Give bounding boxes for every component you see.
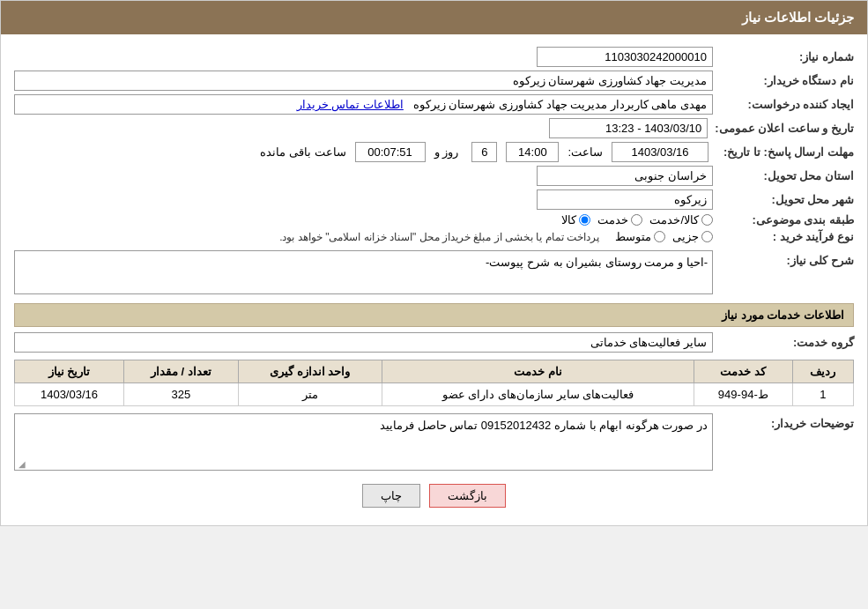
col-header-unit: واحد اندازه گیری: [238, 360, 382, 383]
deadline-days-label: روز و: [434, 145, 459, 159]
category-service-item[interactable]: خدمت: [597, 213, 642, 227]
need-number-label: شماره نیاز:: [713, 50, 854, 63]
need-description-value: -احیا و مرمت روستای بشیران به شرح پیوست-: [14, 250, 713, 294]
purchase-type-partial-label: جزیی: [672, 230, 699, 243]
buyer-org-label: نام دستگاه خریدار:: [713, 74, 854, 87]
need-description-label: شرح کلی نیاز:: [713, 250, 854, 267]
cell-code: ط-94-949: [694, 383, 793, 406]
creator-label: ایجاد کننده درخواست:: [713, 98, 854, 111]
col-header-qty: تعداد / مقدار: [123, 360, 238, 383]
category-goods-label: کالا: [561, 213, 576, 227]
purchase-type-medium-label: متوسط: [615, 230, 651, 243]
service-group-label: گروه خدمت:: [713, 336, 854, 349]
deadline-time: 14:00: [506, 142, 559, 162]
buyer-org-value: مدیریت جهاد کشاورزی شهرستان زیرکوه: [14, 71, 713, 91]
province-label: استان محل تحویل:: [713, 169, 854, 182]
print-button[interactable]: چاپ: [362, 484, 420, 508]
resize-handle: ◢: [17, 459, 26, 468]
category-goods-item[interactable]: کالا: [561, 213, 590, 227]
province-value: خراسان جنوبی: [537, 166, 713, 186]
deadline-label: مهلت ارسال پاسخ: تا تاریخ:: [713, 145, 854, 159]
deadline-days: 6: [471, 142, 497, 162]
purchase-type-medium[interactable]: متوسط: [615, 230, 665, 243]
announce-date-label: تاریخ و ساعت اعلان عمومی:: [708, 122, 854, 135]
action-buttons: بازگشت چاپ: [14, 484, 854, 508]
col-header-name: نام خدمت: [382, 360, 694, 383]
page-header: جزئیات اطلاعات نیاز: [1, 1, 867, 34]
cell-name: فعالیت‌های سایر سازمان‌های دارای عضو: [382, 383, 694, 406]
announce-date-value: 1403/03/10 - 13:23: [549, 118, 708, 138]
category-service-label: خدمت: [597, 213, 628, 227]
deadline-remaining: 00:07:51: [355, 142, 426, 162]
service-group-value: سایر فعالیت‌های خدماتی: [14, 332, 713, 353]
table-row: 1 ط-94-949 فعالیت‌های سایر سازمان‌های دا…: [15, 383, 854, 406]
cell-date: 1403/03/16: [15, 383, 124, 406]
back-button[interactable]: بازگشت: [429, 484, 506, 508]
col-header-row: ردیف: [792, 360, 853, 383]
city-label: شهر محل تحویل:: [713, 193, 854, 206]
creator-contact-link[interactable]: اطلاعات تماس خریدار: [297, 98, 404, 111]
page-title: جزئیات اطلاعات نیاز: [742, 10, 854, 25]
col-header-code: کد خدمت: [694, 360, 793, 383]
buyer-notes-label: توضیحات خریدار:: [713, 413, 854, 430]
category-goods-service-label: کالا/خدمت: [649, 213, 699, 227]
need-number-value: 1103030242000010: [537, 47, 713, 67]
buyer-notes-section: توضیحات خریدار: در صورت هرگونه ابهام با …: [14, 413, 854, 471]
category-label: طبقه بندی موضوعی:: [713, 213, 854, 227]
city-value: زیرکوه: [537, 189, 713, 210]
cell-qty: 325: [123, 383, 238, 406]
purchase-type-label: نوع فرآیند خرید :: [713, 230, 854, 243]
purchase-type-partial[interactable]: جزیی: [672, 230, 713, 243]
deadline-date: 1403/03/16: [612, 142, 708, 162]
category-radio-group: کالا/خدمت خدمت کالا: [561, 213, 713, 227]
services-section-header: اطلاعات خدمات مورد نیاز: [14, 303, 854, 327]
services-table: ردیف کد خدمت نام خدمت واحد اندازه گیری ت…: [14, 360, 854, 406]
deadline-remaining-label: ساعت باقی مانده: [260, 145, 345, 159]
purchase-type-note: پرداخت تمام یا بخشی از مبلغ خریداز محل "…: [279, 231, 599, 243]
col-header-date: تاریخ نیاز: [15, 360, 124, 383]
cell-unit: متر: [238, 383, 382, 406]
buyer-notes-value: در صورت هرگونه ابهام با شماره 0915201243…: [14, 413, 713, 471]
creator-value: مهدی ماهی کاربردار مدیریت جهاد کشاورزی ش…: [14, 94, 713, 115]
deadline-time-label: ساعت:: [568, 145, 603, 159]
category-goods-service[interactable]: کالا/خدمت: [649, 213, 713, 227]
cell-row: 1: [792, 383, 853, 406]
